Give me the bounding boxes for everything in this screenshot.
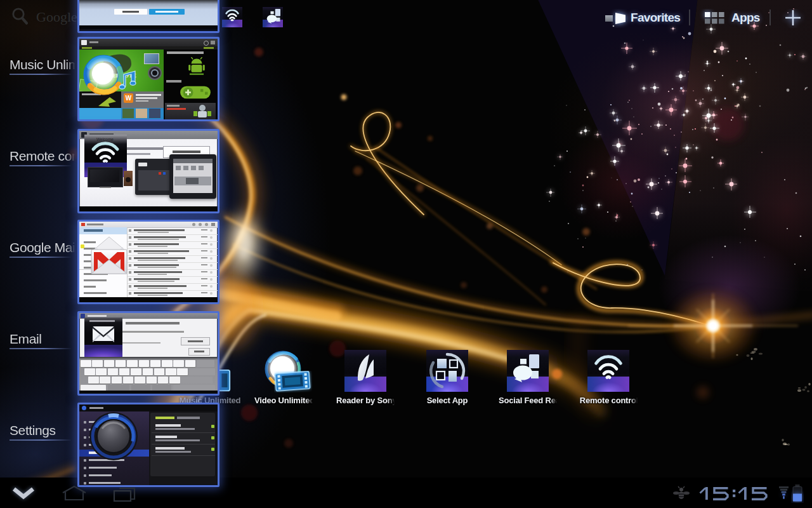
svg-text:Google: Google (36, 9, 77, 25)
svg-text:Welcome: Welcome (96, 137, 114, 142)
